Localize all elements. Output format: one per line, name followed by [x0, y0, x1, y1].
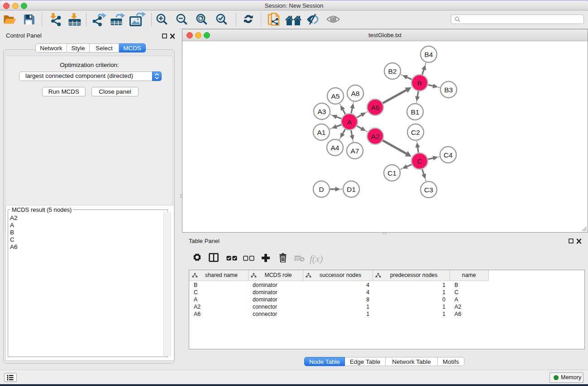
svg-text:A: A	[347, 118, 352, 126]
svg-text:D: D	[319, 186, 324, 193]
svg-text:D1: D1	[347, 186, 356, 193]
svg-text:A1: A1	[317, 129, 326, 136]
svg-text:A6: A6	[371, 104, 380, 111]
svg-text:C3: C3	[424, 186, 433, 194]
svg-text:A4: A4	[331, 144, 339, 152]
svg-text:B2: B2	[388, 67, 397, 75]
svg-text:A7: A7	[351, 147, 359, 155]
svg-text:C: C	[417, 157, 422, 165]
svg-text:A5: A5	[331, 92, 340, 100]
svg-text:A2: A2	[371, 133, 380, 140]
svg-text:C4: C4	[444, 151, 453, 159]
svg-text:C1: C1	[387, 169, 397, 177]
svg-text:B1: B1	[411, 108, 420, 116]
svg-text:A3: A3	[318, 108, 326, 115]
svg-text:B4: B4	[425, 51, 433, 58]
svg-text:A8: A8	[351, 90, 360, 97]
svg-text:B3: B3	[445, 86, 453, 94]
svg-text:B: B	[417, 79, 422, 87]
svg-text:C2: C2	[411, 129, 420, 136]
